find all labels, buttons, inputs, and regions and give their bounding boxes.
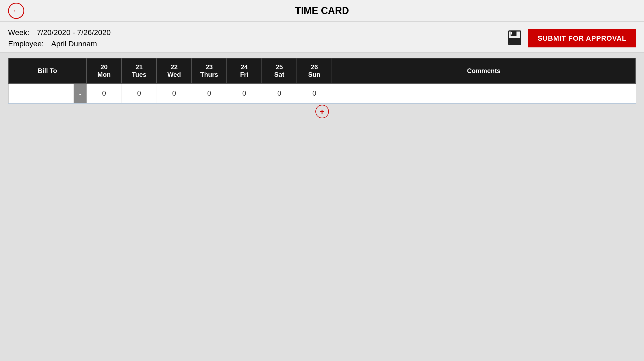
dropdown-arrow-icon[interactable]: ⌄ (74, 84, 87, 103)
save-icon[interactable] (507, 30, 523, 47)
cell-fri[interactable] (227, 84, 262, 103)
back-icon: ← (12, 6, 20, 15)
submit-button[interactable]: SUBMIT FOR APPROVAL (528, 29, 636, 47)
hours-mon[interactable] (87, 84, 122, 103)
hours-fri[interactable] (227, 84, 262, 103)
page-header: ← TIME CARD (0, 0, 644, 22)
divider (8, 103, 636, 103)
cell-bill-to[interactable]: ⌄ (8, 84, 87, 103)
week-row: Week: 7/20/2020 - 7/26/2020 (8, 28, 111, 37)
table-row: ⌄ (8, 84, 636, 103)
header-day-22-wed: 22Wed (157, 58, 192, 84)
svg-rect-3 (511, 32, 512, 34)
add-row-button[interactable]: + (315, 105, 329, 118)
page-title: TIME CARD (295, 5, 349, 16)
hours-thurs[interactable] (192, 84, 227, 103)
cell-mon[interactable] (87, 84, 122, 103)
header-day-26-sun: 26Sun (297, 58, 332, 84)
header-day-23-thurs: 23Thurs (192, 58, 227, 84)
back-button[interactable]: ← (8, 3, 24, 19)
cell-comments[interactable] (332, 84, 636, 103)
hours-sun[interactable] (297, 84, 332, 103)
hours-sat[interactable] (262, 84, 297, 103)
timecard-table: Bill To 20Mon 21Tues 22Wed 23Thurs 24Fri… (8, 58, 636, 103)
header-day-24-fri: 24Fri (227, 58, 262, 84)
header-bill-to: Bill To (8, 58, 87, 84)
cell-sun[interactable] (297, 84, 332, 103)
cell-tues[interactable] (122, 84, 157, 103)
hours-tues[interactable] (122, 84, 157, 103)
employee-value: April Dunnam (51, 40, 97, 48)
header-comments: Comments (332, 58, 636, 84)
cell-wed[interactable] (157, 84, 192, 103)
meta-left: Week: 7/20/2020 - 7/26/2020 Employee: Ap… (8, 28, 111, 48)
header-day-20-mon: 20Mon (87, 58, 122, 84)
table-header-row: Bill To 20Mon 21Tues 22Wed 23Thurs 24Fri… (8, 58, 636, 84)
employee-row: Employee: April Dunnam (8, 40, 111, 48)
timecard-section: Bill To 20Mon 21Tues 22Wed 23Thurs 24Fri… (0, 53, 644, 124)
cell-thurs[interactable] (192, 84, 227, 103)
comments-input[interactable] (332, 84, 636, 103)
meta-right: SUBMIT FOR APPROVAL (507, 29, 636, 47)
meta-section: Week: 7/20/2020 - 7/26/2020 Employee: Ap… (0, 22, 644, 53)
add-row-container: + (8, 105, 636, 118)
employee-label: Employee: (8, 40, 44, 48)
svg-rect-2 (509, 38, 520, 44)
header-day-25-sat: 25Sat (262, 58, 297, 84)
header-day-21-tues: 21Tues (122, 58, 157, 84)
cell-sat[interactable] (262, 84, 297, 103)
hours-wed[interactable] (157, 84, 192, 103)
week-label: Week: (8, 28, 29, 37)
week-value: 7/20/2020 - 7/26/2020 (37, 28, 111, 37)
